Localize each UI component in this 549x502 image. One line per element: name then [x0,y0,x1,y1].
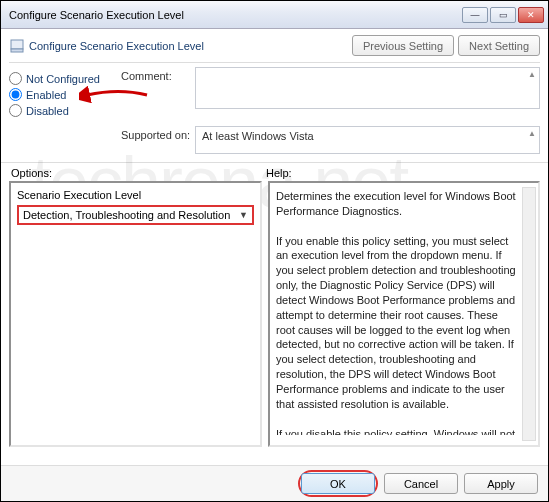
cancel-button[interactable]: Cancel [384,473,458,494]
supported-on-text: At least Windows Vista [202,130,314,142]
radio-not-configured[interactable]: Not Configured [9,72,121,85]
titlebar: Configure Scenario Execution Level — ▭ ✕ [1,1,548,29]
radio-disabled-input[interactable] [9,104,22,117]
header-title: Configure Scenario Execution Level [29,40,352,52]
help-label: Help: [266,167,538,179]
comment-textarea[interactable]: ▲ [195,67,540,109]
next-setting-button[interactable]: Next Setting [458,35,540,56]
help-p3: If you disable this policy setting, Wind… [276,427,518,436]
supported-on-box: At least Windows Vista ▲ [195,126,540,154]
radio-enabled[interactable]: Enabled [9,88,121,101]
close-button[interactable]: ✕ [518,7,544,23]
radio-not-configured-label: Not Configured [26,73,100,85]
radio-disabled[interactable]: Disabled [9,104,121,117]
help-p2: If you enable this policy setting, you m… [276,234,518,412]
scenario-level-value: Detection, Troubleshooting and Resolutio… [23,209,230,221]
radio-disabled-label: Disabled [26,105,69,117]
help-panel: Determines the execution level for Windo… [268,181,540,447]
scenario-level-label: Scenario Execution Level [17,189,254,201]
minimize-button[interactable]: — [462,7,488,23]
supported-label: Supported on: [121,126,195,154]
maximize-button[interactable]: ▭ [490,7,516,23]
window-title: Configure Scenario Execution Level [9,9,184,21]
radio-enabled-label: Enabled [26,89,66,101]
chevron-down-icon: ▼ [239,210,248,220]
radio-not-configured-input[interactable] [9,72,22,85]
help-text: Determines the execution level for Windo… [276,189,532,435]
ok-highlight: OK [298,470,378,497]
previous-setting-button[interactable]: Previous Setting [352,35,454,56]
svg-rect-0 [11,40,23,49]
options-panel: Scenario Execution Level Detection, Trou… [9,181,262,447]
footer: OK Cancel Apply [1,465,548,501]
options-label: Options: [11,167,266,179]
scroll-up-icon[interactable]: ▲ [527,129,537,138]
help-p1: Determines the execution level for Windo… [276,189,518,219]
apply-button[interactable]: Apply [464,473,538,494]
radio-enabled-input[interactable] [9,88,22,101]
policy-icon [9,38,25,54]
svg-rect-1 [11,49,23,52]
ok-button[interactable]: OK [301,473,375,494]
scroll-up-icon[interactable]: ▲ [527,70,537,79]
comment-label: Comment: [121,67,195,120]
scenario-level-dropdown[interactable]: Detection, Troubleshooting and Resolutio… [17,205,254,225]
help-scrollbar[interactable] [522,187,536,441]
